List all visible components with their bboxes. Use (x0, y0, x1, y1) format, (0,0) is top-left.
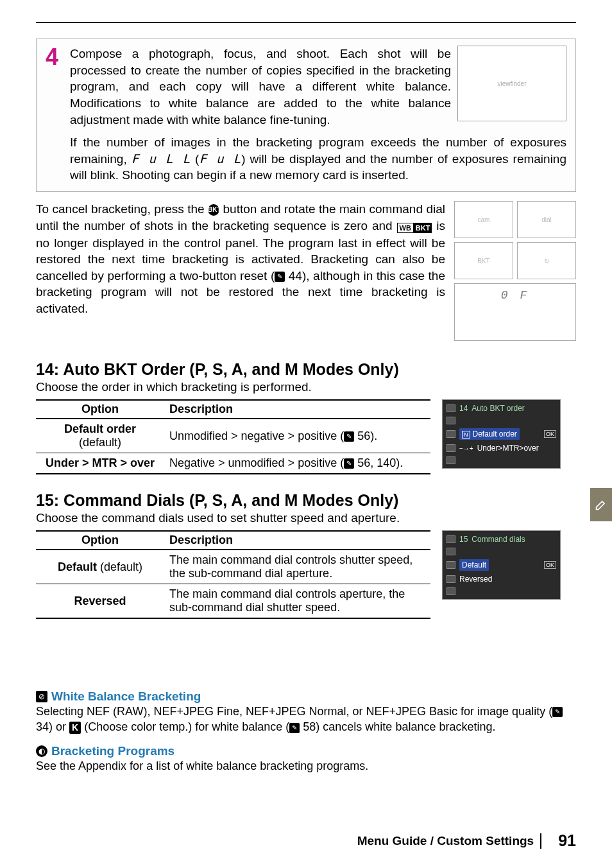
page-number: 91 (558, 831, 576, 850)
note-wb-body: Selecting NEF (RAW), NEF+JPEG Fine, NEF+… (36, 704, 576, 735)
step-text-2b: ( (191, 152, 199, 166)
footer-path: Menu Guide / Custom Settings (357, 834, 534, 848)
note-wb-header: ⊘ White Balance Bracketing (36, 690, 576, 704)
or: , or (346, 705, 366, 718)
ok-indicator: OK (544, 430, 556, 438)
menu-item-1-label: Default order (473, 430, 517, 438)
desc-cell: Unmodified > negative > positive (✎ 56). (164, 419, 430, 453)
page-ref-icon: ✎ (344, 431, 354, 442)
section-14-title: 14: Auto BKT Order (P, S, A, and M Modes… (36, 360, 576, 379)
notes-block: ⊘ White Balance Bracketing Selecting NEF… (36, 690, 576, 774)
cancel-bracketing-block: To cancel bracketing, press the BKT butt… (36, 201, 576, 341)
ok-indicator: OK (544, 561, 556, 569)
menu-item-default: Default (459, 559, 489, 571)
step-4-block: 4 Compose a photograph, focus, and shoot… (36, 39, 576, 192)
help-icon (446, 456, 455, 464)
pencil-icon (446, 561, 455, 569)
menu-num: 14 (459, 404, 468, 413)
bkt-chip: BKT (414, 223, 432, 233)
camera-back-illustration: cam (454, 201, 513, 238)
lcd-panel-illustration: 0 F (454, 283, 576, 341)
opt: Default (58, 560, 97, 573)
badge-n: N (462, 431, 470, 438)
wb-bkt-indicator: WBBKT (397, 218, 432, 235)
r2: 58) cancels white balance bracketing. (300, 720, 495, 733)
note-bp-title: Bracketing Programs (51, 744, 174, 758)
cancel-figures: cam dial BKT ↻ 0 F (454, 201, 576, 341)
camera-icon (446, 548, 455, 555)
lcd-value: 0 F (501, 289, 529, 302)
camera-icon (446, 417, 455, 424)
t2: for image quality ( (457, 705, 552, 718)
page-ref-icon: ✎ (289, 723, 300, 733)
bkt-button-icon: BKT (208, 204, 219, 216)
full-indicator-2: F u L (199, 152, 241, 166)
footer-divider (540, 833, 541, 849)
help-icon (446, 587, 455, 595)
menu-title: Command dials (472, 535, 525, 544)
menu-item-2-label: Under>MTR>over (477, 444, 539, 453)
section-15-table: Option Description Default (default) The… (36, 530, 430, 619)
desc-refs: 56). (354, 430, 377, 442)
menu-item-reversed: Reversed (459, 575, 492, 584)
section-14-table: Option Description Default order (defaul… (36, 399, 430, 474)
opt-line2: (default) (79, 436, 121, 449)
note-wb-title: White Balance Bracketing (51, 690, 201, 704)
step-text-2: If the number of images in the bracketin… (70, 134, 566, 184)
table-row: Under > MTR > over Negative > unmodified… (36, 453, 430, 474)
play-icon (446, 404, 455, 412)
option-cell: Reversed (36, 584, 164, 619)
menu-item-default: NDefault order (459, 428, 520, 440)
option-cell: Default order (default) (36, 419, 164, 453)
pencil-icon (446, 430, 455, 438)
section-thumb-tab (590, 488, 612, 521)
opt-paren: (default) (97, 560, 142, 573)
section-14-sub: Choose the order in which bracketing is … (36, 380, 576, 394)
menu-screenshot-14: 14Auto BKT order NDefault orderOK −→+Und… (442, 399, 561, 469)
table-row: Default (default) The main command dial … (36, 550, 430, 584)
table-row: Reversed The main command dial controls … (36, 584, 430, 619)
col-description: Description (164, 531, 430, 550)
po: ( (81, 720, 88, 733)
b3: NEF+JPEG Normal (246, 705, 346, 718)
prohibit-icon: ⊘ (36, 691, 47, 702)
b4: NEF+JPEG Basic (366, 705, 458, 718)
menu-title: Auto BKT order (472, 404, 525, 413)
cancel-ref-1: 44 (289, 269, 302, 282)
option-cell: Under > MTR > over (36, 453, 164, 474)
table-row: Default order (default) Unmodified > neg… (36, 419, 430, 453)
desc-text: Negative > unmodified > positive ( (169, 456, 344, 469)
col-option: Option (36, 531, 164, 550)
cancel-text: To cancel bracketing, press the BKT butt… (36, 201, 445, 341)
wrench-icon (446, 444, 455, 452)
play-icon (446, 535, 455, 543)
col-option: Option (36, 400, 164, 419)
b5: Choose color temp. (88, 720, 188, 733)
desc-cell: The main command dial controls aperture,… (164, 584, 430, 619)
top-rule (36, 22, 576, 23)
page-ref-icon: ✎ (344, 458, 354, 469)
col-description: Description (164, 400, 430, 419)
wrench-icon (446, 575, 455, 583)
option-cell: Default (default) (36, 550, 164, 584)
page-ref-icon: ✎ (552, 707, 563, 717)
page-ref-icon: ✎ (275, 272, 285, 282)
note-bp-body: See the Appendix for a list of white bal… (36, 758, 576, 774)
pencil-icon (595, 498, 608, 511)
page-footer: Menu Guide / Custom Settings 91 (36, 831, 576, 850)
bkt-button-illustration: BKT (454, 242, 513, 279)
rotate-dial-illustration: ↻ (517, 242, 576, 279)
b1: NEF (RAW) (87, 705, 147, 718)
full-indicator-1: F u L L (132, 152, 191, 166)
t3: ) for white balance ( (188, 720, 289, 733)
viewfinder-illustration: viewfinder (457, 46, 566, 121)
note-bp-header: ◐ Bracketing Programs (36, 744, 576, 758)
menu-num: 15 (459, 535, 468, 544)
opt-line1: Default order (64, 422, 136, 435)
desc-text: Unmodified > negative > positive ( (169, 430, 344, 442)
info-icon: ◐ (36, 745, 47, 757)
k-chip: K (69, 722, 81, 734)
r1: 34) or (36, 720, 69, 733)
b2: NEF+JPEG Fine (153, 705, 239, 718)
step-text-1: Compose a photograph, focus, and shoot. … (70, 46, 451, 128)
